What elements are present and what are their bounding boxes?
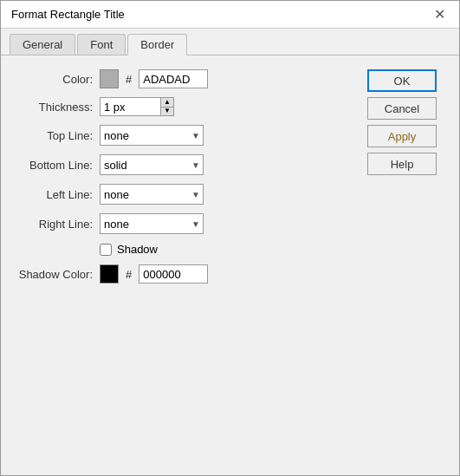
bottom-line-dropdown[interactable]: none solid dashed dotted — [100, 154, 204, 175]
thickness-input[interactable] — [100, 97, 160, 116]
left-line-dropdown[interactable]: none solid dashed dotted — [100, 184, 204, 205]
tab-general[interactable]: General — [10, 34, 75, 55]
close-button[interactable]: ✕ — [431, 6, 449, 23]
apply-button[interactable]: Apply — [367, 125, 437, 147]
dialog-body: Color: # Thickness: ▲ ▼ Top Line: — [1, 55, 459, 475]
bottom-line-row: Bottom Line: none solid dashed dotted ▼ — [15, 154, 353, 175]
cancel-button[interactable]: Cancel — [367, 97, 437, 120]
color-row: Color: # — [15, 69, 353, 88]
spinner-up-button[interactable]: ▲ — [161, 98, 173, 108]
format-rectangle-title-dialog: Format Rectangle Title ✕ General Font Bo… — [0, 0, 460, 476]
thickness-row: Thickness: ▲ ▼ — [15, 97, 353, 116]
top-line-dropdown[interactable]: none solid dashed dotted — [100, 125, 204, 146]
right-line-wrapper: none solid dashed dotted ▼ — [100, 213, 204, 234]
thickness-spinner: ▲ ▼ — [160, 97, 174, 116]
tab-border[interactable]: Border — [127, 34, 187, 55]
right-line-row: Right Line: none solid dashed dotted ▼ — [15, 213, 353, 234]
tab-font[interactable]: Font — [77, 34, 126, 55]
shadow-checkbox[interactable] — [100, 244, 112, 256]
left-line-label: Left Line: — [15, 188, 93, 201]
bottom-line-label: Bottom Line: — [15, 159, 93, 172]
bottom-line-wrapper: none solid dashed dotted ▼ — [100, 154, 204, 175]
help-button[interactable]: Help — [367, 153, 437, 175]
left-line-wrapper: none solid dashed dotted ▼ — [100, 184, 204, 205]
top-line-row: Top Line: none solid dashed dotted ▼ — [15, 125, 353, 146]
thickness-container: ▲ ▼ — [100, 97, 174, 116]
spinner-down-button[interactable]: ▼ — [161, 108, 173, 116]
right-line-dropdown[interactable]: none solid dashed dotted — [100, 213, 204, 234]
side-panel: OK Cancel Apply Help — [367, 69, 445, 461]
color-label: Color: — [15, 73, 93, 86]
shadow-color-input[interactable] — [139, 264, 208, 284]
shadow-color-label: Shadow Color: — [15, 268, 93, 281]
shadow-label: Shadow — [117, 243, 158, 256]
shadow-color-row: Shadow Color: # — [15, 264, 353, 284]
thickness-label: Thickness: — [15, 101, 93, 114]
tab-bar: General Font Border — [1, 29, 459, 55]
right-line-label: Right Line: — [15, 218, 93, 231]
ok-button[interactable]: OK — [367, 69, 437, 92]
color-swatch[interactable] — [100, 69, 119, 88]
shadow-color-swatch[interactable] — [100, 264, 119, 284]
shadow-color-hash: # — [126, 268, 132, 281]
dialog-title: Format Rectangle Title — [11, 8, 125, 21]
title-bar: Format Rectangle Title ✕ — [1, 1, 459, 29]
left-line-row: Left Line: none solid dashed dotted ▼ — [15, 184, 353, 205]
color-value-input[interactable] — [139, 69, 208, 88]
shadow-row: Shadow — [100, 243, 353, 256]
main-panel: Color: # Thickness: ▲ ▼ Top Line: — [15, 69, 353, 461]
top-line-wrapper: none solid dashed dotted ▼ — [100, 125, 204, 146]
top-line-label: Top Line: — [15, 129, 93, 142]
color-hash: # — [126, 73, 132, 86]
